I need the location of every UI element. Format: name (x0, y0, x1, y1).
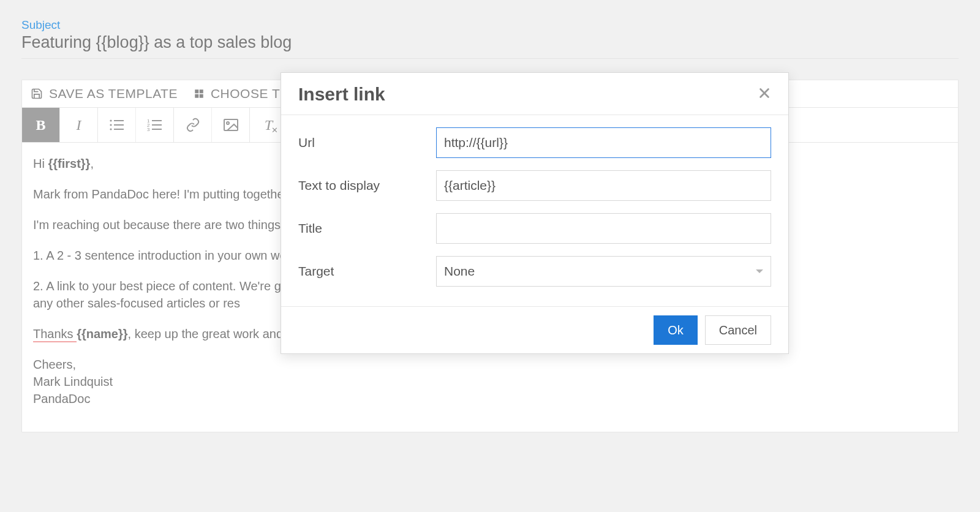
svg-point-8 (110, 128, 111, 130)
body-text: Thanks (33, 327, 77, 342)
svg-point-6 (110, 124, 111, 126)
signature-line: Mark Lindquist (33, 373, 947, 390)
token-first: {{first}} (48, 157, 90, 170)
body-text: , (90, 157, 94, 170)
image-button[interactable] (212, 108, 250, 142)
svg-text:3: 3 (147, 127, 150, 132)
target-value: None (444, 264, 475, 279)
url-label: Url (298, 135, 436, 150)
ok-button[interactable]: Ok (654, 315, 698, 345)
save-icon (31, 88, 43, 100)
body-text: Hi (33, 157, 48, 170)
ok-label: Ok (668, 323, 684, 337)
link-icon (186, 118, 200, 132)
svg-point-4 (110, 119, 111, 121)
url-input[interactable] (436, 127, 771, 158)
cancel-button[interactable]: Cancel (705, 315, 771, 345)
target-select[interactable]: None (436, 256, 771, 287)
numbered-list-icon: 123 (147, 118, 163, 132)
svg-rect-16 (224, 119, 238, 130)
link-button[interactable] (174, 108, 212, 142)
subject-block: Subject Featuring {{blog}} as a top sale… (21, 18, 959, 59)
signature-line: PandaDoc (33, 390, 947, 407)
text-to-display-label: Text to display (298, 178, 436, 193)
svg-rect-3 (200, 94, 203, 98)
save-as-template-button[interactable]: SAVE AS TEMPLATE (31, 86, 178, 101)
modal-title: Insert link (298, 84, 385, 105)
grid-icon (194, 88, 205, 99)
target-label: Target (298, 264, 436, 279)
title-input[interactable] (436, 213, 771, 244)
bullet-list-icon (109, 118, 125, 132)
save-as-template-label: SAVE AS TEMPLATE (49, 86, 178, 101)
insert-link-modal: Insert link Url Text to display Title Ta… (281, 72, 789, 354)
bullet-list-button[interactable] (98, 108, 136, 142)
close-icon (758, 86, 771, 100)
close-button[interactable] (758, 86, 771, 102)
svg-rect-0 (195, 89, 198, 93)
bold-button[interactable]: B (22, 108, 60, 142)
image-icon (224, 119, 238, 131)
numbered-list-button[interactable]: 123 (136, 108, 174, 142)
subject-input[interactable]: Featuring {{blog}} as a top sales blog (21, 33, 959, 59)
title-label: Title (298, 221, 436, 236)
svg-rect-1 (200, 89, 203, 93)
subject-label: Subject (21, 18, 959, 32)
text-to-display-input[interactable] (436, 170, 771, 201)
svg-point-17 (227, 122, 229, 124)
signature-line: Cheers, (33, 356, 947, 373)
cancel-label: Cancel (719, 323, 757, 337)
chevron-down-icon (756, 269, 763, 273)
token-name: {{name}} (77, 327, 127, 341)
svg-rect-2 (195, 94, 198, 98)
italic-button[interactable]: I (60, 108, 98, 142)
